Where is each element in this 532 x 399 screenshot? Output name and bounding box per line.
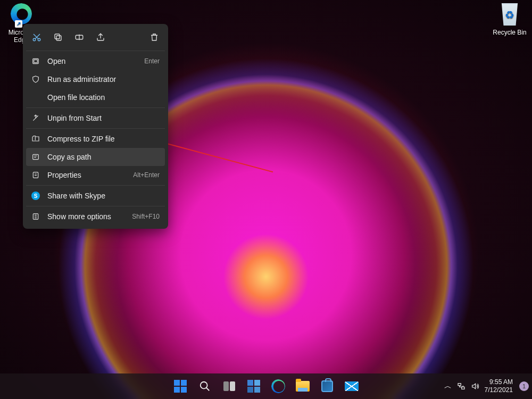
context-menu-item-shortcut: Shift+F10	[132, 213, 160, 220]
svg-point-10	[201, 382, 207, 389]
tray-overflow-button[interactable]: ︿	[444, 381, 452, 391]
context-menu-item-label: Copy as path	[47, 153, 160, 161]
tray-time: 9:55 AM	[485, 378, 513, 386]
copy-icon	[53, 32, 63, 42]
context-menu-item-compress-zip[interactable]: Compress to ZIP file	[26, 130, 165, 148]
context-menu-item-properties[interactable]: Properties Alt+Enter	[26, 166, 165, 184]
context-menu-separator	[26, 107, 165, 108]
scissors-icon	[32, 32, 41, 42]
context-menu-item-run-as-admin[interactable]: Run as administrator	[26, 70, 165, 88]
context-menu-top-row	[26, 27, 165, 49]
search-button[interactable]	[194, 376, 215, 397]
share-icon	[96, 32, 105, 42]
context-menu-separator	[26, 51, 165, 51]
taskbar: ︿ 9:55 AM 7/12/2021 1	[0, 373, 532, 399]
taskbar-app-edge[interactable]	[268, 376, 289, 397]
svg-rect-8	[33, 172, 38, 178]
start-button[interactable]	[170, 376, 191, 397]
svg-rect-3	[55, 34, 60, 39]
svg-rect-11	[458, 384, 461, 386]
context-menu-separator	[26, 128, 165, 129]
taskbar-app-store[interactable]	[317, 376, 338, 397]
widgets-icon	[247, 380, 260, 393]
context-menu-item-label: Open file location	[47, 93, 160, 102]
context-menu-item-label: Open	[47, 57, 137, 65]
context-menu-item-label: Run as administrator	[47, 75, 160, 84]
unpin-icon	[31, 114, 40, 122]
context-menu-item-label: Share with Skype	[47, 192, 160, 200]
windows-logo-icon	[174, 380, 187, 393]
context-menu-item-share-skype[interactable]: S Share with Skype	[26, 187, 165, 205]
file-explorer-icon	[296, 381, 310, 392]
skype-icon: S	[31, 192, 40, 200]
context-menu-item-open-file-location[interactable]: Open file location	[26, 88, 165, 106]
zip-icon	[31, 135, 40, 143]
microsoft-store-icon	[321, 380, 333, 392]
edge-icon	[271, 379, 285, 393]
rename-icon	[74, 32, 84, 42]
context-menu-item-shortcut: Enter	[144, 57, 160, 65]
network-icon[interactable]	[457, 382, 466, 390]
context-menu-item-label: Properties	[47, 171, 126, 179]
tray-date: 7/12/2021	[485, 386, 513, 394]
notification-count: 1	[522, 383, 526, 389]
svg-rect-7	[33, 154, 39, 159]
clock-date[interactable]: 9:55 AM 7/12/2021	[485, 378, 513, 394]
context-menu-item-copy-as-path[interactable]: Copy as path	[26, 148, 165, 166]
context-menu-item-unpin-from-start[interactable]: Unpin from Start	[26, 109, 165, 127]
search-icon	[199, 380, 211, 392]
task-view-icon	[223, 381, 235, 391]
taskbar-app-explorer[interactable]	[292, 376, 313, 397]
context-menu: Open Enter Run as administrator Open fil…	[23, 24, 168, 229]
context-menu-separator	[26, 206, 165, 206]
rename-button[interactable]	[70, 28, 89, 46]
share-button[interactable]	[91, 28, 110, 46]
notification-center-button[interactable]: 1	[519, 381, 529, 391]
mail-icon	[345, 381, 359, 391]
copy-button[interactable]	[48, 28, 68, 46]
svg-rect-2	[56, 36, 61, 40]
desktop[interactable]: Microsoft Edge ♻ Recycle Bin	[0, 0, 532, 399]
delete-button[interactable]	[145, 28, 164, 46]
desktop-icon-recycle-bin-label: Recycle Bin	[489, 29, 530, 36]
system-tray: ︿ 9:55 AM 7/12/2021 1	[444, 373, 529, 399]
copy-path-icon	[31, 153, 40, 161]
recycle-bin-icon: ♻	[500, 3, 519, 26]
trash-icon	[149, 32, 159, 42]
shortcut-overlay-icon	[15, 20, 22, 28]
desktop-icon-recycle-bin[interactable]: ♻ Recycle Bin	[489, 3, 530, 36]
context-menu-separator	[26, 185, 165, 186]
volume-icon[interactable]	[471, 382, 479, 390]
properties-icon	[31, 171, 40, 179]
more-options-icon	[31, 212, 40, 221]
widgets-button[interactable]	[243, 376, 264, 397]
context-menu-item-open[interactable]: Open Enter	[26, 52, 165, 70]
task-view-button[interactable]	[219, 376, 240, 397]
open-icon	[31, 57, 40, 65]
svg-rect-6	[34, 60, 38, 62]
cut-button[interactable]	[27, 28, 46, 46]
context-menu-item-show-more-options[interactable]: Show more options Shift+F10	[26, 207, 165, 226]
context-menu-item-label: Compress to ZIP file	[47, 135, 160, 143]
context-menu-item-label: Unpin from Start	[47, 114, 160, 122]
shield-icon	[31, 75, 40, 84]
taskbar-app-mail[interactable]	[341, 376, 362, 397]
context-menu-item-label: Show more options	[47, 212, 124, 221]
taskbar-center	[170, 376, 362, 397]
context-menu-item-shortcut: Alt+Enter	[133, 171, 160, 179]
